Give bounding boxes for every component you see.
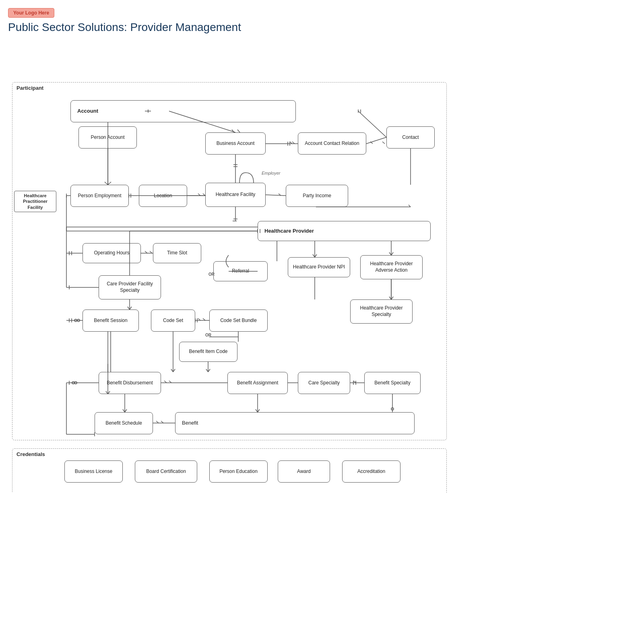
benefit-assignment-entity: Benefit Assignment	[227, 372, 288, 394]
healthcare-provider-specialty-entity: Healthcare Provider Specialty	[350, 299, 413, 324]
time-slot-entity: Time Slot	[153, 243, 201, 263]
operating-hours-entity: Operating Hours	[83, 243, 141, 263]
care-specialty-entity: Care Specialty	[298, 372, 350, 394]
benefit-item-code-entity: Benefit Item Code	[179, 342, 237, 362]
benefit-specialty-entity: Benefit Specialty	[364, 372, 421, 394]
award-entity: Award	[278, 460, 330, 483]
account-entity: Account	[70, 100, 296, 122]
hpf-side-label: Healthcare Practitioner Facility	[14, 191, 56, 212]
person-education-entity: Person Education	[209, 460, 268, 483]
benefit-disbursement-entity: Benefit Disbursement	[99, 372, 161, 394]
credentials-label: Credentials	[17, 451, 45, 457]
benefit-session-entity: Benefit Session	[83, 310, 139, 332]
accreditation-entity: Accreditation	[342, 460, 400, 483]
healthcare-facility-entity: Healthcare Facility	[205, 183, 266, 207]
benefit-entity: Benefit	[175, 412, 415, 434]
location-entity: Location	[139, 185, 187, 207]
code-set-bundle-entity: Code Set Bundle	[209, 310, 268, 332]
account-contact-relation-entity: Account Contact Relation	[298, 132, 366, 155]
or-label-2: OR	[205, 333, 211, 337]
page-title: Public Sector Solutions: Provider Manage…	[8, 21, 636, 34]
board-certification-entity: Board Certification	[135, 460, 197, 483]
employer-label: Employer	[262, 171, 280, 175]
or-label-1: OR	[208, 272, 215, 277]
healthcare-provider-entity: Healthcare Provider	[258, 221, 431, 241]
code-set-entity: Code Set	[151, 310, 195, 332]
healthcare-provider-npi-entity: Healthcare Provider NPI	[288, 257, 350, 277]
contact-entity: Contact	[386, 126, 435, 149]
logo-button[interactable]: Your Logo Here	[8, 8, 54, 18]
referral-entity: Referral	[213, 261, 268, 281]
participant-label: Participant	[17, 85, 43, 91]
benefit-schedule-entity: Benefit Schedule	[95, 412, 153, 434]
care-provider-facility-specialty-entity: Care Provider Facility Specialty	[99, 275, 161, 299]
person-employment-entity: Person Employment	[70, 185, 129, 207]
party-income-entity: Party Income	[286, 185, 348, 207]
business-license-entity: Business License	[64, 460, 123, 483]
diagram: Participant Credentials Healthcare Pract…	[8, 42, 451, 485]
business-account-entity: Business Account	[205, 132, 266, 155]
person-account-entity: Person Account	[78, 126, 137, 149]
healthcare-provider-adverse-action-entity: Healthcare Provider Adverse Action	[360, 255, 423, 279]
